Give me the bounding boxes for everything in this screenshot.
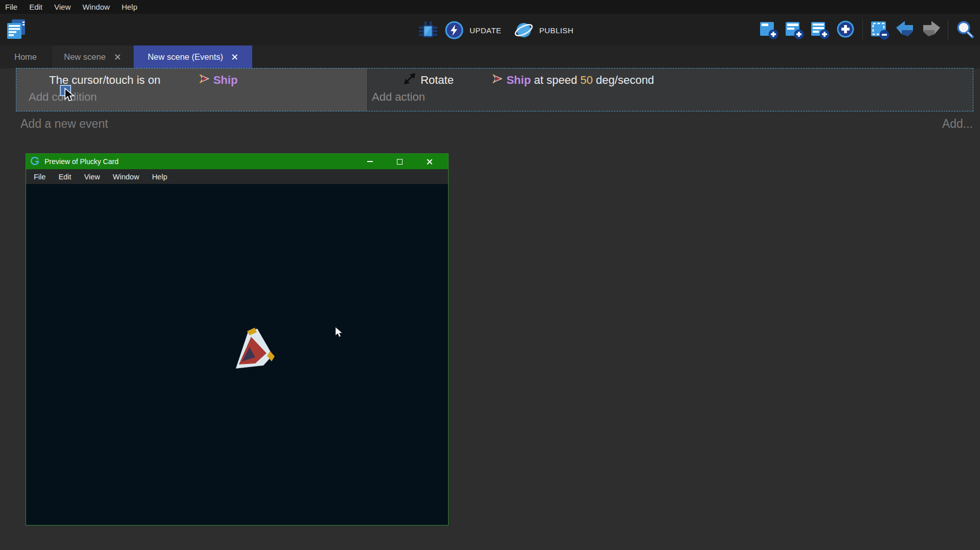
menu-edit[interactable]: Edit: [29, 3, 42, 11]
update-label[interactable]: UPDATE: [470, 26, 501, 35]
preview-menu-help[interactable]: Help: [152, 173, 167, 181]
tab-close-icon[interactable]: [231, 54, 238, 60]
preview-window-controls: [364, 156, 443, 167]
search-button[interactable]: [954, 19, 976, 40]
add-circle-icon: [835, 19, 856, 40]
update-button[interactable]: [443, 19, 465, 41]
action-unit: deg/second: [593, 74, 654, 87]
event-conditions-column: The cursor/touch is on Ship Add conditio…: [16, 68, 367, 111]
action-text: at speed: [531, 74, 581, 87]
tab-new-scene-label: New scene: [64, 52, 106, 62]
remove-selection-icon: [869, 19, 890, 40]
tab-home-label: Home: [14, 52, 37, 62]
preview-menu-window[interactable]: Window: [113, 173, 140, 181]
undo-button[interactable]: [895, 19, 916, 40]
tab-new-scene[interactable]: New scene: [51, 45, 133, 68]
menu-file[interactable]: File: [5, 3, 17, 11]
menu-window[interactable]: Window: [82, 3, 109, 11]
preview-window[interactable]: Preview of Plucky Card File Edit View Wi…: [26, 153, 449, 525]
close-icon: [426, 158, 433, 165]
minimize-button[interactable]: [364, 156, 376, 167]
add-event-button[interactable]: [758, 19, 779, 40]
preview-titlebar[interactable]: Preview of Plucky Card: [26, 154, 448, 169]
add-ellipsis-button[interactable]: Add...: [942, 117, 973, 131]
redo-button[interactable]: [920, 19, 942, 40]
cursor-on-object-icon: [29, 72, 46, 89]
update-icon: [444, 20, 464, 40]
action-object-name: Ship: [506, 74, 531, 87]
menu-help[interactable]: Help: [122, 3, 138, 11]
toolbar-right-group: [758, 19, 976, 40]
add-comment-button[interactable]: [809, 19, 831, 40]
tab-home[interactable]: Home: [0, 45, 51, 68]
toolbar-separator: [862, 19, 863, 40]
condition-item[interactable]: The cursor/touch is on Ship: [29, 71, 362, 89]
redo-icon: [920, 19, 942, 40]
maximize-button[interactable]: [393, 156, 406, 167]
menu-view[interactable]: View: [54, 3, 71, 11]
maximize-icon: [397, 159, 403, 165]
add-subevent-button[interactable]: [784, 19, 805, 40]
preview-menubar: File Edit View Window Help: [26, 169, 448, 184]
ship-object-icon: [461, 60, 503, 100]
add-event-icon: [758, 19, 779, 40]
undo-icon: [895, 19, 916, 40]
ship-sprite: [231, 325, 277, 376]
toolbar-center-group: UPDATE PUBLISH: [417, 19, 581, 41]
minimize-icon: [367, 161, 373, 162]
add-comment-icon: [809, 19, 831, 40]
debug-button[interactable]: [417, 19, 439, 41]
preview-window-title: Preview of Plucky Card: [44, 157, 119, 166]
event-actions-column: Rotate Ship at speed 50 deg/second Add a…: [367, 68, 973, 111]
search-icon: [954, 19, 976, 40]
main-toolbar: UPDATE PUBLISH: [0, 14, 980, 45]
publish-label[interactable]: PUBLISH: [539, 26, 573, 35]
game-canvas[interactable]: [26, 184, 448, 525]
preview-menu-edit[interactable]: Edit: [58, 173, 71, 181]
action-item[interactable]: Rotate Ship at speed 50 deg/second: [372, 71, 968, 89]
ship-object-icon: [168, 60, 210, 100]
add-circle-button[interactable]: [835, 19, 856, 40]
add-new-event-button[interactable]: Add a new event: [20, 117, 108, 131]
app-menubar: File Edit View Window Help: [0, 0, 980, 14]
condition-object-name: Ship: [213, 74, 238, 87]
add-subevent-icon: [784, 19, 805, 40]
action-verb: Rotate: [420, 74, 457, 87]
preview-menu-file[interactable]: File: [34, 173, 46, 181]
publish-icon: [514, 20, 534, 40]
gdevelop-logo-icon: [31, 157, 40, 166]
debug-icon: [417, 19, 439, 41]
project-manager-icon: [5, 18, 28, 41]
mouse-cursor-icon: [335, 327, 343, 340]
event-row[interactable]: The cursor/touch is on Ship Add conditio…: [16, 68, 973, 111]
preview-menu-view[interactable]: View: [84, 173, 100, 181]
close-button[interactable]: [423, 156, 435, 167]
project-manager-button[interactable]: [5, 18, 28, 41]
publish-button[interactable]: [513, 19, 534, 41]
toolbar-separator: [948, 19, 948, 40]
tab-close-icon[interactable]: [114, 54, 121, 60]
remove-selection-button[interactable]: [869, 19, 890, 40]
action-value: 50: [581, 74, 593, 87]
